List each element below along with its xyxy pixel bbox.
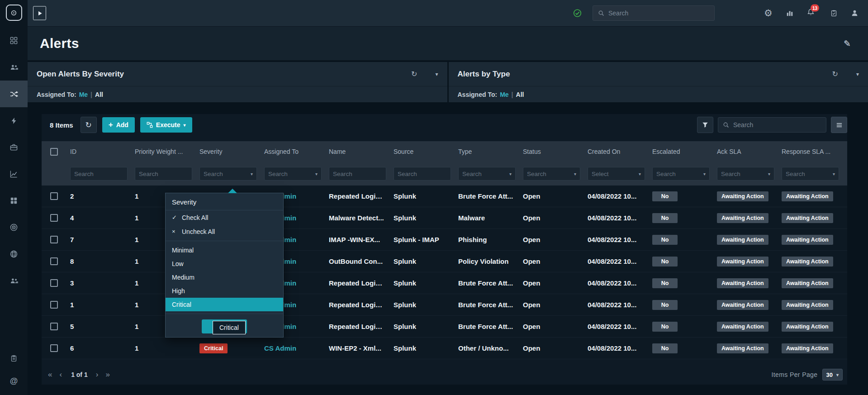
column-header-severity[interactable]: Severity [196, 148, 261, 155]
first-page-button[interactable]: « [48, 370, 52, 379]
table-row[interactable]: 31CS AdminRepeated Login ...SplunkBrute … [42, 272, 847, 294]
row-checkbox[interactable] [50, 192, 58, 200]
items-per-page-select[interactable]: 30 ▾ [822, 369, 843, 381]
uncheck-all-option[interactable]: × Uncheck All [166, 224, 283, 238]
assigned-to-link[interactable]: CS Admin [264, 344, 296, 352]
chevron-down-icon[interactable]: ▾ [856, 71, 859, 77]
table-row[interactable]: 11CS AdminRepeated Login ...SplunkBrute … [42, 294, 847, 316]
ack-sla-badge: Awaiting Action [717, 343, 768, 353]
filter-button[interactable] [697, 117, 713, 133]
sidebar-nav [0, 27, 28, 294]
grid-search-input[interactable] [733, 121, 821, 128]
name-cell: Repeated Login ... [325, 279, 390, 287]
row-checkbox[interactable] [50, 236, 58, 243]
column-header-ack-sla[interactable]: Ack SLA [713, 148, 778, 155]
filter-input-name[interactable] [329, 167, 386, 181]
column-header-name[interactable]: Name [325, 148, 390, 155]
row-checkbox[interactable] [50, 214, 58, 222]
global-search-input[interactable] [608, 10, 709, 17]
filter-placeholder: Search [527, 171, 546, 177]
filter-select-created-on[interactable]: Select▾ [588, 167, 645, 181]
grid-refresh-button[interactable]: ↻ [81, 117, 97, 133]
add-button[interactable]: + Add [102, 117, 135, 133]
filter-select-type[interactable]: Search▾ [458, 167, 516, 181]
filter-select-response-sla[interactable]: Search▾ [782, 167, 839, 181]
sidebar-item-alerts[interactable] [0, 81, 28, 107]
sidebar-item-web[interactable] [0, 241, 28, 267]
widget-refresh-icon[interactable]: ↻ [411, 70, 417, 78]
filter-select-ack-sla[interactable]: Search▾ [717, 167, 774, 181]
sidebar-item-users[interactable] [0, 54, 28, 81]
column-header-priority-weight[interactable]: Priority Weight ... [131, 148, 196, 155]
sidebar-item-incidents[interactable] [0, 107, 28, 134]
assigned-me-link[interactable]: Me [79, 91, 88, 98]
sidebar-item-tasks[interactable] [0, 347, 28, 370]
row-checkbox[interactable] [50, 279, 58, 287]
app-logo[interactable] [6, 5, 22, 21]
row-checkbox[interactable] [50, 344, 58, 352]
sidebar-item-team[interactable] [0, 267, 28, 294]
severity-option-high[interactable]: High [166, 284, 283, 298]
last-page-button[interactable]: » [105, 370, 109, 379]
table-row[interactable]: 81CS AdminOutBound Con...SplunkPolicy Vi… [42, 251, 847, 272]
filter-input-priority-weight[interactable] [135, 167, 192, 181]
severity-option-minimal[interactable]: Minimal [166, 243, 283, 257]
sidebar-item-mentions[interactable]: @ [0, 370, 28, 392]
filter-select-assigned-to[interactable]: Search▾ [264, 167, 322, 181]
filter-select-escalated[interactable]: Search▾ [652, 167, 710, 181]
columns-menu-button[interactable] [831, 117, 847, 133]
check-all-option[interactable]: ✓ Check All [166, 210, 283, 224]
column-header-type[interactable]: Type [455, 148, 519, 155]
dropdown-title: Severity [166, 193, 283, 210]
widget-refresh-icon[interactable]: ↻ [832, 70, 838, 78]
check-icon: ✓ [172, 214, 177, 221]
severity-option-medium[interactable]: Medium [166, 271, 283, 284]
table-row[interactable]: 71CS AdminIMAP -WIN-EX...Splunk - IMAPPh… [42, 229, 847, 251]
sidebar-item-apps[interactable] [0, 187, 28, 214]
column-header-assigned-to[interactable]: Assigned To [261, 148, 325, 155]
column-header-status[interactable]: Status [519, 148, 584, 155]
sidebar-item-threat-intel[interactable] [0, 214, 28, 241]
column-header-source[interactable]: Source [390, 148, 455, 155]
row-checkbox[interactable] [50, 301, 58, 309]
severity-option-low[interactable]: Low [166, 257, 283, 271]
modules-button[interactable] [786, 10, 793, 17]
source-cell: Splunk [390, 257, 455, 265]
profile-button[interactable] [851, 10, 859, 17]
column-header-id[interactable]: ID [66, 148, 131, 155]
table-row[interactable]: 41CS AdminMalware Detect...SplunkMalware… [42, 207, 847, 229]
prev-page-button[interactable]: ‹ [59, 370, 62, 379]
sidebar-item-cases[interactable] [0, 134, 28, 161]
column-header-created-on[interactable]: Created On [584, 148, 649, 155]
sidebar-item-reports[interactable] [0, 161, 28, 187]
health-status-icon[interactable] [573, 9, 582, 18]
filter-input-source[interactable] [394, 167, 451, 181]
chevron-down-icon[interactable]: ▾ [435, 71, 438, 77]
row-checkbox[interactable] [50, 323, 58, 330]
sidebar-expand-button[interactable] [33, 6, 46, 20]
severity-option-critical[interactable]: Critical [166, 298, 283, 311]
assigned-all-link[interactable]: All [516, 91, 524, 98]
table-row[interactable]: 21CS AdminRepeated Login ...SplunkBrute … [42, 186, 847, 207]
filter-input-id[interactable] [70, 167, 128, 181]
filter-select-severity[interactable]: Search▾ [199, 167, 257, 181]
next-page-button[interactable]: › [96, 370, 99, 379]
table-row[interactable]: 61CriticalCS AdminWIN-EP2 - Xml...Splunk… [42, 338, 847, 359]
filter-select-status[interactable]: Search▾ [523, 167, 580, 181]
sidebar-item-dashboard[interactable] [0, 27, 28, 54]
row-checkbox[interactable] [50, 257, 58, 265]
assigned-all-link[interactable]: All [95, 91, 103, 98]
ack-sla-badge: Awaiting Action [717, 213, 768, 223]
table-row[interactable]: 51CriticalCS AdminRepeated Login ...Splu… [42, 316, 847, 338]
approvals-button[interactable] [830, 10, 837, 17]
widget-title: Open Alerts By Severity [37, 70, 124, 79]
execute-button[interactable]: Execute ▾ [140, 117, 192, 133]
column-header-response-sla[interactable]: Response SLA ... [778, 148, 843, 155]
settings-button[interactable]: ⚙ [764, 8, 773, 19]
notifications-button[interactable]: 13 [807, 9, 815, 18]
response-sla-badge: Awaiting Action [782, 257, 833, 267]
column-header-escalated[interactable]: Escalated [649, 148, 713, 155]
assigned-me-link[interactable]: Me [500, 91, 508, 98]
select-all-checkbox[interactable] [50, 148, 58, 156]
edit-page-button[interactable]: ✎ [844, 38, 851, 49]
